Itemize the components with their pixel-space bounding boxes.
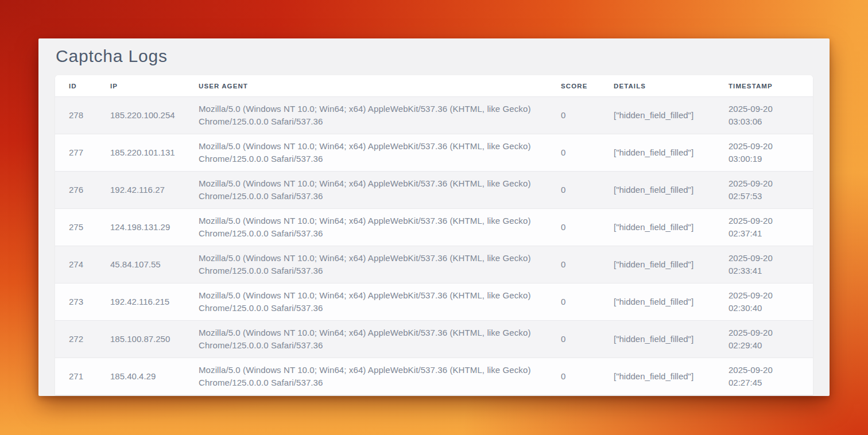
cell-id: 278 — [55, 97, 96, 134]
cell-score: 0 — [547, 134, 600, 172]
cell-timestamp: 2025-09-20 02:37:41 — [715, 209, 813, 246]
column-header-id: ID — [55, 75, 96, 97]
app-background: Captcha Logs ID IP USER AGENT SCORE DETA… — [0, 0, 868, 435]
cell-id: 277 — [55, 134, 96, 172]
cell-details: ["hidden_field_filled"] — [600, 246, 715, 283]
cell-score: 0 — [547, 172, 600, 209]
cell-score: 0 — [547, 97, 600, 134]
cell-timestamp: 2025-09-20 02:27:45 — [715, 358, 813, 395]
cell-details: ["hidden_field_filled"] — [600, 358, 715, 395]
cell-id: 271 — [55, 358, 96, 395]
column-header-ip: IP — [96, 75, 185, 97]
cell-id: 273 — [55, 283, 96, 321]
cell-user-agent: Mozilla/5.0 (Windows NT 10.0; Win64; x64… — [185, 358, 547, 395]
cell-ip: 185.100.87.250 — [96, 321, 185, 358]
column-header-timestamp: TIMESTAMP — [715, 75, 813, 97]
cell-user-agent: Mozilla/5.0 (Windows NT 10.0; Win64; x64… — [185, 134, 547, 172]
table-row: 278 185.220.100.254 Mozilla/5.0 (Windows… — [55, 97, 813, 134]
column-header-details: DETAILS — [600, 75, 715, 97]
cell-score: 0 — [547, 321, 600, 358]
cell-details: ["hidden_field_filled"] — [600, 321, 715, 358]
cell-id: 275 — [55, 209, 96, 246]
table-row: 274 45.84.107.55 Mozilla/5.0 (Windows NT… — [55, 246, 813, 283]
cell-score: 0 — [547, 358, 600, 395]
cell-score: 0 — [547, 209, 600, 246]
cell-id: 276 — [55, 172, 96, 209]
cell-details: ["hidden_field_filled"] — [600, 134, 715, 172]
cell-score: 0 — [547, 283, 600, 321]
cell-ip: 192.42.116.27 — [96, 172, 185, 209]
cell-timestamp: 2025-09-20 02:29:40 — [715, 321, 813, 358]
cell-id: 274 — [55, 246, 96, 283]
cell-ip: 124.198.131.29 — [96, 209, 185, 246]
logs-table: ID IP USER AGENT SCORE DETAILS TIMESTAMP… — [55, 75, 813, 395]
table-row: 275 124.198.131.29 Mozilla/5.0 (Windows … — [55, 209, 813, 246]
cell-user-agent: Mozilla/5.0 (Windows NT 10.0; Win64; x64… — [185, 321, 547, 358]
cell-score: 0 — [547, 246, 600, 283]
cell-timestamp: 2025-09-20 02:57:53 — [715, 172, 813, 209]
cell-user-agent: Mozilla/5.0 (Windows NT 10.0; Win64; x64… — [185, 97, 547, 134]
logs-table-container: ID IP USER AGENT SCORE DETAILS TIMESTAMP… — [55, 75, 813, 395]
page-title: Captcha Logs — [56, 46, 812, 67]
cell-ip: 45.84.107.55 — [96, 246, 185, 283]
cell-id: 272 — [55, 321, 96, 358]
cell-ip: 185.220.101.131 — [96, 134, 185, 172]
column-header-user-agent: USER AGENT — [185, 75, 547, 97]
cell-details: ["hidden_field_filled"] — [600, 172, 715, 209]
table-header-row: ID IP USER AGENT SCORE DETAILS TIMESTAMP — [55, 75, 813, 97]
cell-user-agent: Mozilla/5.0 (Windows NT 10.0; Win64; x64… — [185, 246, 547, 283]
cell-timestamp: 2025-09-20 03:00:19 — [715, 134, 813, 172]
cell-timestamp: 2025-09-20 03:03:06 — [715, 97, 813, 134]
cell-ip: 185.40.4.29 — [96, 358, 185, 395]
table-row: 272 185.100.87.250 Mozilla/5.0 (Windows … — [55, 321, 813, 358]
cell-details: ["hidden_field_filled"] — [600, 97, 715, 134]
table-row: 277 185.220.101.131 Mozilla/5.0 (Windows… — [55, 134, 813, 172]
cell-ip: 192.42.116.215 — [96, 283, 185, 321]
table-row: 276 192.42.116.27 Mozilla/5.0 (Windows N… — [55, 172, 813, 209]
cell-ip: 185.220.100.254 — [96, 97, 185, 134]
cell-details: ["hidden_field_filled"] — [600, 209, 715, 246]
cell-user-agent: Mozilla/5.0 (Windows NT 10.0; Win64; x64… — [185, 209, 547, 246]
column-header-score: SCORE — [547, 75, 600, 97]
cell-user-agent: Mozilla/5.0 (Windows NT 10.0; Win64; x64… — [185, 283, 547, 321]
captcha-logs-card: Captcha Logs ID IP USER AGENT SCORE DETA… — [38, 38, 830, 396]
cell-details: ["hidden_field_filled"] — [600, 283, 715, 321]
table-row: 271 185.40.4.29 Mozilla/5.0 (Windows NT … — [55, 358, 813, 395]
cell-timestamp: 2025-09-20 02:33:41 — [715, 246, 813, 283]
table-row: 273 192.42.116.215 Mozilla/5.0 (Windows … — [55, 283, 813, 321]
cell-user-agent: Mozilla/5.0 (Windows NT 10.0; Win64; x64… — [185, 172, 547, 209]
cell-timestamp: 2025-09-20 02:30:40 — [715, 283, 813, 321]
